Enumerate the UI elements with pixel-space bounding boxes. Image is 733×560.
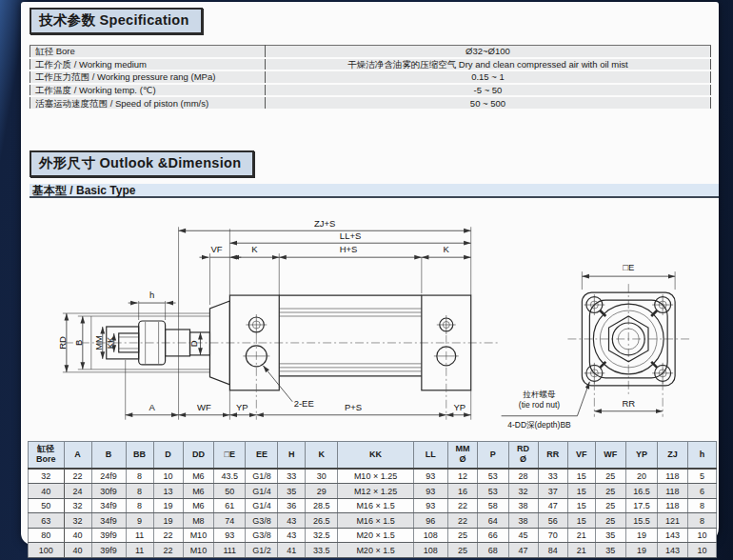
dim-cell: 118 <box>657 484 688 499</box>
spec-cell: 活塞运动速度范围 / Speed of piston (mm/s) <box>30 96 266 110</box>
dim-cell: M10 <box>183 528 214 543</box>
table-row: 503234f9819M661G1/43628.5M16 × 1.5932258… <box>29 498 717 513</box>
dim-cell: 34f9 <box>91 513 126 529</box>
dim-label-k-right: K <box>444 244 450 254</box>
dim-cell: 26.5 <box>306 513 338 529</box>
spec-cell: -5 ~ 50 <box>265 84 710 97</box>
spec-section-header: 技术参数 Specification <box>30 8 203 34</box>
dim-cell: 63 <box>29 513 65 529</box>
dim-col-header: BB <box>126 441 153 469</box>
dim-cell: 25 <box>447 543 477 558</box>
spec-row: 工作介质 / Working medium干燥洁净含油雾的压缩空气 Dry an… <box>30 58 711 71</box>
table-row: 804039f91122M1093G3/84332.5M20 × 1.51082… <box>29 528 717 543</box>
dim-cell: 118 <box>657 469 688 484</box>
dim-cell: 38 <box>508 498 538 513</box>
dim-cell: 39f9 <box>91 543 126 558</box>
spec-cell: 工作介质 / Working medium <box>30 58 266 71</box>
dim-cell: G1/2 <box>246 543 278 558</box>
dim-cell: 143 <box>657 543 688 558</box>
dim-cell: 22 <box>447 498 477 513</box>
dim-cell: 22 <box>153 543 183 558</box>
dim-cell: 93 <box>214 528 246 543</box>
dim-cell: G1/8 <box>246 469 278 484</box>
dim-cell: 32.5 <box>306 528 338 543</box>
dim-col-header: h <box>688 441 717 469</box>
dim-cell: 121 <box>657 513 688 529</box>
dim-col-header: LL <box>413 441 447 469</box>
dim-cell: 10 <box>153 469 183 484</box>
dim-cell: 21 <box>567 543 595 558</box>
dim-cell: 24f9 <box>91 469 126 484</box>
dim-cell: M20 × 1.5 <box>338 543 414 558</box>
dim-col-header: DD <box>183 441 214 469</box>
spec-cell: Ø32~Ø100 <box>265 46 710 58</box>
spec-table: 缸径 BoreØ32~Ø100工作介质 / Working medium干燥洁净… <box>30 45 711 110</box>
dim-col-header: WF <box>595 441 626 469</box>
dim-cell: 93 <box>413 484 447 499</box>
dim-cell: 12 <box>447 469 477 484</box>
dim-cell: 33 <box>538 469 567 484</box>
spec-row: 工作温度 / Working temp. (℃)-5 ~ 50 <box>30 84 711 97</box>
dim-col-header: 缸径 Bore <box>29 441 65 469</box>
dim-col-header: KK <box>338 441 414 469</box>
dim-col-header: B <box>91 441 126 469</box>
end-cover-tie-rod-nut <box>437 315 456 334</box>
dim-cell: 20 <box>626 469 658 484</box>
dim-col-header: D <box>153 441 183 469</box>
dim-label-rd: RD <box>57 336 68 350</box>
catalog-page: 技术参数 Specification 缸径 BoreØ32~Ø100工作介质 /… <box>21 2 719 545</box>
dim-cell: 8 <box>126 484 153 499</box>
dim-cell: 39f9 <box>91 528 126 543</box>
dim-cell: 100 <box>29 543 65 558</box>
dim-cell: 19 <box>153 498 183 513</box>
dim-cell: 32 <box>508 484 538 499</box>
dim-cell: M8 <box>183 513 214 529</box>
table-row: 402430f9813M650G1/43529M12 × 1.259316533… <box>29 484 717 499</box>
dim-col-header: MM Ø <box>447 441 477 469</box>
dim-cell: 8 <box>688 498 717 513</box>
dim-cell: 8 <box>688 513 717 529</box>
dim-cell: 22 <box>447 513 477 529</box>
dim-cell: 9 <box>126 513 153 529</box>
dim-cell: 74 <box>214 513 246 529</box>
dim-cell: 64 <box>478 513 509 529</box>
dim-label-square-e: □E <box>623 262 634 272</box>
table-row: 322224f9810M643.5G1/83330M10 × 1.2593125… <box>29 469 717 484</box>
dim-cell: 35 <box>595 528 626 543</box>
dim-label-k-left: K <box>251 244 258 254</box>
dim-cell: 50 <box>29 498 65 513</box>
dim-cell: 32 <box>29 469 65 484</box>
dim-cell: 40 <box>64 528 91 543</box>
dim-col-header: YP <box>626 441 658 469</box>
dim-cell: 41 <box>278 543 306 558</box>
spec-row: 工作压力范围 / Working pressure rang (MPa)0.15… <box>30 70 711 84</box>
dim-cell: 25 <box>595 484 626 499</box>
dim-cell: 40 <box>64 543 91 558</box>
dim-label-vf: VF <box>210 244 222 254</box>
catalog-page-background: { "page": { "spec_header": "技术参数 Specifi… <box>0 0 733 560</box>
dim-cell: 38 <box>508 513 538 529</box>
tie-rod-nut-label-cn: 拉杆螺母 <box>523 390 556 399</box>
dim-label-wf: WF <box>197 402 211 412</box>
dim-label-a: A <box>149 402 155 412</box>
dim-cell: 19 <box>153 513 183 529</box>
cylinder-technical-drawing: RD B MM KK D <box>23 210 716 433</box>
dim-col-header: P <box>478 441 509 469</box>
dim-cell: 32 <box>64 513 91 529</box>
dim-cell: 68 <box>478 543 509 558</box>
dim-cell: 30f9 <box>91 484 126 499</box>
dim-cell: 36 <box>278 498 306 513</box>
dim-cell: G1/4 <box>246 484 278 499</box>
dim-cell: 25 <box>447 528 477 543</box>
dim-table-body: 322224f9810M643.5G1/83330M10 × 1.2593125… <box>29 469 717 558</box>
dim-cell: 30 <box>306 469 338 484</box>
dim-table-header-row: 缸径 BoreABBBDDD□EEEHKKKLLMM ØPRD ØRRVFWFY… <box>29 441 717 469</box>
spec-row: 活塞运动速度范围 / Speed of piston (mm/s)50 ~ 50… <box>30 96 711 110</box>
dim-cell: 15 <box>567 498 595 513</box>
dim-cell: 5 <box>688 469 717 484</box>
dim-cell: 35 <box>595 543 626 558</box>
dim-cell: 108 <box>413 543 447 558</box>
dim-label-d: D <box>188 340 199 347</box>
dim-label-zj-s: ZJ+S <box>314 218 335 229</box>
dim-cell: 35 <box>278 484 306 499</box>
